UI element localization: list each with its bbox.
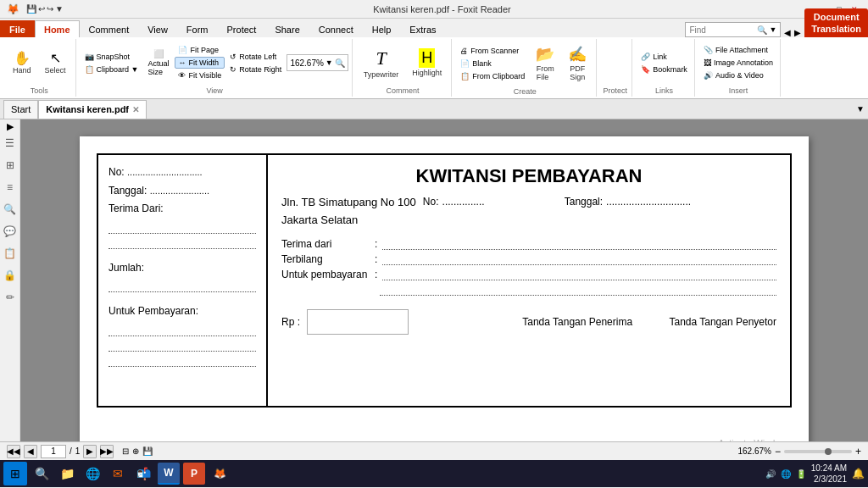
taskbar-foxit-icon[interactable]: 🦊	[209, 463, 231, 485]
nav-last-button[interactable]: ▶▶	[100, 445, 114, 458]
highlight-button[interactable]: H Highlight	[406, 42, 448, 84]
document-area[interactable]: No: ............................. Tangga…	[20, 119, 868, 441]
zoom-fit-icon[interactable]: 🔍	[335, 58, 345, 68]
customize-icon[interactable]: ▼	[55, 4, 64, 14]
tab-start[interactable]: Start	[3, 100, 38, 119]
taskbar-notification-icon[interactable]: 📬	[132, 463, 154, 485]
signature-penerima: Tanda Tangan Penerima	[522, 316, 632, 328]
sidebar-clipboard-icon[interactable]: 📋	[2, 245, 19, 262]
zoom-slider-track[interactable]	[784, 450, 852, 453]
save-icon[interactable]: 💾	[26, 4, 36, 14]
tab-help[interactable]: Help	[363, 20, 401, 37]
bookmark-button[interactable]: 🔖 Bookmark	[637, 64, 691, 75]
tab-start-label: Start	[11, 104, 31, 114]
taskbar-files-icon[interactable]: 📁	[56, 463, 78, 485]
sidebar-thumbnails-icon[interactable]: ⊞	[2, 157, 19, 174]
nav-save-icon[interactable]: 💾	[142, 446, 153, 456]
find-box[interactable]: 🔍 ▼	[685, 22, 781, 37]
sidebar-lock-icon[interactable]: 🔒	[2, 267, 19, 284]
taskbar-clock[interactable]: 10:24 AM 2/3/2021	[811, 463, 847, 485]
nav-prev-button[interactable]: ◀	[24, 445, 37, 458]
taskbar-battery-icon[interactable]: 🔋	[796, 469, 806, 479]
link-button[interactable]: 🔗 Link	[637, 51, 691, 63]
terbilang-field: Terbilang :	[281, 253, 776, 265]
sidebar-nav-icon[interactable]: ☰	[2, 135, 19, 152]
fit-width-icon: ↔	[178, 58, 186, 67]
zoom-value-display: 162.67%	[737, 446, 771, 456]
from-file-button[interactable]: 📂 FromFile	[530, 41, 560, 86]
typewriter-button[interactable]: T Typewriter	[358, 42, 405, 84]
sidebar-comment-icon[interactable]: 💬	[2, 223, 19, 240]
pdf-sign-button[interactable]: ✍ PDFSign	[562, 41, 593, 86]
tab-dropdown-icon[interactable]: ▼	[856, 104, 865, 114]
find-prev-icon[interactable]: ◀	[784, 28, 791, 37]
taskbar-network-icon[interactable]: 🌐	[781, 469, 791, 479]
tab-view[interactable]: View	[138, 20, 177, 37]
fit-width-button[interactable]: ↔ Fit Width	[175, 57, 225, 69]
taskbar-search-icon[interactable]: 🔍	[31, 463, 53, 485]
typewriter-icon: T	[376, 47, 386, 69]
tab-protect[interactable]: Protect	[218, 20, 266, 37]
clipboard-button[interactable]: 📋 Clipboard ▼	[81, 64, 142, 75]
doc-translation-button[interactable]: Document Translation	[804, 8, 868, 37]
terima-dari-field: Terima dari :	[281, 238, 776, 250]
fit-visible-button[interactable]: 👁 Fit Visible	[175, 69, 225, 81]
nav-minus-zoom-icon[interactable]: ⊟	[122, 446, 129, 456]
sidebar-toggle[interactable]: ▶	[2, 123, 19, 130]
taskbar-speaker-icon[interactable]: 🔊	[765, 469, 776, 479]
taskbar-word-icon[interactable]: W	[158, 463, 180, 485]
zoom-minus-button[interactable]: −	[775, 446, 781, 458]
taskbar-ppt-icon[interactable]: P	[183, 463, 205, 485]
create-group: 🖨 From Scanner 📄 Blank 📋 From Clipboard …	[453, 39, 597, 97]
file-attachment-button[interactable]: 📎 File Attachment	[700, 44, 776, 56]
receipt-title: KWITANSI PEMBAYARAN	[281, 165, 776, 187]
taskbar-chrome-icon[interactable]: 🌐	[81, 463, 103, 485]
select-button[interactable]: ↖ Select	[39, 42, 72, 84]
sidebar-edit-icon[interactable]: ✏	[2, 289, 19, 306]
nav-first-button[interactable]: ◀◀	[7, 445, 20, 458]
tab-connect[interactable]: Connect	[309, 20, 363, 37]
jumlah-dots	[108, 280, 256, 292]
tab-file[interactable]: File	[0, 20, 35, 37]
tab-close-icon[interactable]: ✕	[132, 105, 139, 114]
terima-dari-field-dots	[382, 238, 776, 250]
blank-button[interactable]: 📄 Blank	[457, 58, 528, 69]
tab-comment[interactable]: Comment	[80, 20, 139, 37]
find-next-icon[interactable]: ▶	[794, 28, 801, 37]
image-annotation-button[interactable]: 🖼 Image Annotation	[700, 57, 776, 69]
tab-kwitansi[interactable]: Kwitansi keren.pdf ✕	[38, 100, 147, 119]
taskbar-date-display: 2/3/2021	[811, 474, 847, 485]
tab-kwitansi-label: Kwitansi keren.pdf	[46, 104, 129, 114]
find-options-icon[interactable]: ▼	[769, 25, 776, 34]
from-scanner-button[interactable]: 🖨 From Scanner	[457, 45, 528, 57]
zoom-slider-thumb[interactable]	[825, 448, 832, 455]
sidebar-layers-icon[interactable]: ≡	[2, 179, 19, 196]
sidebar-search-icon[interactable]: 🔍	[2, 201, 19, 218]
fit-page-button[interactable]: 📄 Fit Page	[175, 44, 225, 56]
taskbar-notifications-icon[interactable]: 🔔	[852, 468, 865, 480]
tab-share[interactable]: Share	[265, 20, 309, 37]
zoom-plus-button[interactable]: +	[855, 446, 861, 458]
audio-video-button[interactable]: 🔊 Audio & Video	[700, 69, 776, 81]
rotate-left-button[interactable]: ↺ Rotate Left	[226, 51, 285, 63]
page-number-input[interactable]	[41, 445, 66, 458]
undo-icon[interactable]: ↩	[38, 4, 45, 14]
actual-size-button[interactable]: ⬜ ActualSize	[143, 47, 173, 79]
tab-home[interactable]: Home	[35, 20, 80, 37]
tab-extras[interactable]: Extras	[400, 20, 445, 37]
highlight-icon: H	[419, 48, 435, 68]
redo-icon[interactable]: ↪	[47, 4, 53, 14]
tab-form[interactable]: Form	[177, 20, 218, 37]
tanggal-row: Tanggal: .......................	[108, 182, 256, 201]
nav-plus-zoom-icon[interactable]: ⊕	[132, 446, 139, 456]
nav-next-button[interactable]: ▶	[83, 445, 97, 458]
find-input[interactable]	[689, 25, 757, 35]
taskbar-mail-icon[interactable]: ✉	[107, 463, 129, 485]
rotate-right-button[interactable]: ↻ Rotate Right	[226, 64, 285, 75]
start-button[interactable]: ⊞	[3, 462, 27, 485]
rotate-left-icon: ↺	[230, 53, 236, 61]
from-clipboard-button[interactable]: 📋 From Clipboard	[457, 70, 528, 82]
zoom-dropdown-icon[interactable]: ▼	[326, 58, 333, 67]
snapshot-button[interactable]: 📷 SnapShot	[81, 51, 142, 63]
hand-button[interactable]: ✋ Hand	[7, 42, 37, 84]
